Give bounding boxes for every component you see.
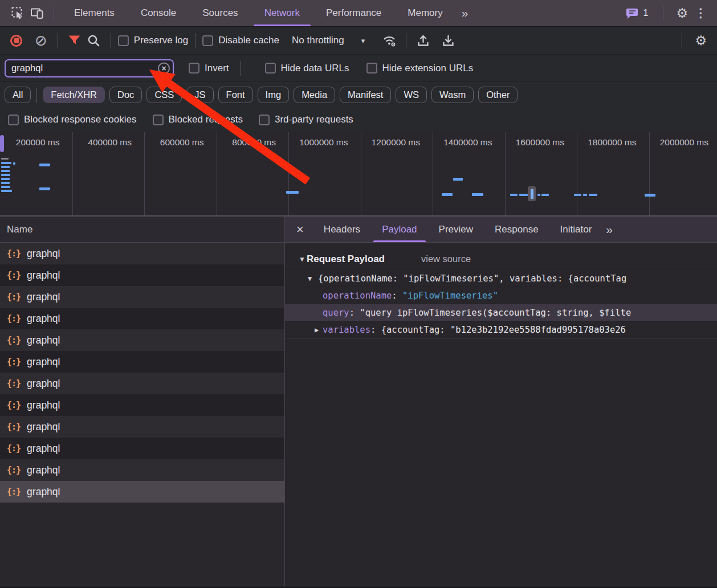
waterfall-bar <box>537 194 540 196</box>
divider <box>241 61 241 76</box>
device-toolbar-icon[interactable] <box>27 3 47 23</box>
search-icon[interactable] <box>84 31 104 50</box>
tab-sources[interactable]: Sources <box>189 0 251 26</box>
type-filter-all[interactable]: All <box>5 87 31 103</box>
blocked-requests-checkbox[interactable]: Blocked requests <box>153 114 243 125</box>
type-filter-font[interactable]: Font <box>218 87 253 103</box>
checkbox-box[interactable] <box>189 63 199 74</box>
payload-row-query[interactable]: query: "query ipFlowTimeseries($accountT… <box>285 304 717 321</box>
request-name: graphql <box>27 291 60 303</box>
checkbox-box[interactable] <box>8 115 19 125</box>
payload-panel: ▼ Request Payload view source ▼ {operati… <box>285 243 717 586</box>
tab-performance[interactable]: Performance <box>313 0 394 26</box>
disable-cache-checkbox[interactable]: Disable cache <box>202 35 279 46</box>
type-filter-wasm[interactable]: Wasm <box>431 87 474 103</box>
json-key: query <box>323 308 349 318</box>
type-filter-js[interactable]: JS <box>186 87 213 103</box>
request-row[interactable]: {:}graphql <box>0 373 284 394</box>
detail-tab-payload[interactable]: Payload <box>371 217 427 242</box>
clear-network-log-icon[interactable]: ⊘ <box>35 33 47 48</box>
type-filter-doc[interactable]: Doc <box>109 87 142 103</box>
disable-cache-label: Disable cache <box>218 35 279 46</box>
more-tabs-icon[interactable]: » <box>456 6 474 20</box>
waterfall-bar <box>453 178 463 181</box>
kebab-menu-icon[interactable]: ⋮ <box>694 6 711 20</box>
name-column-header[interactable]: Name <box>0 217 284 243</box>
request-row[interactable]: {:}graphql <box>0 243 284 264</box>
payload-row-operationname[interactable]: operationName: "ipFlowTimeseries" <box>285 287 717 304</box>
request-row[interactable]: {:}graphql <box>0 264 284 286</box>
section-expand-icon[interactable]: ▼ <box>299 255 307 263</box>
waterfall-bar <box>531 189 533 199</box>
type-filter-ws[interactable]: WS <box>396 87 427 103</box>
detail-tab-initiator[interactable]: Initiator <box>549 217 603 242</box>
checkbox-box[interactable] <box>265 63 276 74</box>
request-row[interactable]: {:}graphql <box>0 438 284 459</box>
payload-root-row[interactable]: ▼ {operationName: "ipFlowTimeseries", va… <box>285 270 717 287</box>
request-payload-section[interactable]: ▼ Request Payload view source <box>285 248 717 270</box>
clear-filter-icon[interactable]: × <box>158 62 170 74</box>
close-details-icon[interactable]: × <box>285 222 313 237</box>
network-conditions-icon[interactable] <box>380 31 399 50</box>
checkbox-box[interactable] <box>366 63 377 74</box>
payload-tree: operationName: "ipFlowTimeseries"query: … <box>285 287 717 338</box>
throttling-dropdown-arrow: ▾ <box>361 36 365 45</box>
request-row[interactable]: {:}graphql <box>0 308 284 329</box>
blocked-response-cookies-checkbox[interactable]: Blocked response cookies <box>8 114 137 125</box>
tab-network[interactable]: Network <box>251 0 313 26</box>
hide-extension-urls-checkbox[interactable]: Hide extension URLs <box>366 63 474 74</box>
details-more-tabs-icon[interactable]: » <box>602 223 616 236</box>
request-list: {:}graphql{:}graphql{:}graphql{:}graphql… <box>0 243 284 586</box>
tab-elements[interactable]: Elements <box>61 0 128 26</box>
inspect-element-icon[interactable] <box>8 3 27 23</box>
3rd-party-requests-checkbox[interactable]: 3rd-party requests <box>259 114 353 125</box>
record-network-log-icon[interactable] <box>10 35 22 47</box>
settings-gear-icon[interactable]: ⚙ <box>670 6 694 21</box>
detail-tab-headers[interactable]: Headers <box>313 217 371 242</box>
devtools-window: ElementsConsoleSourcesNetworkPerformance… <box>0 0 717 588</box>
fetch-xhr-icon: {:} <box>7 292 21 302</box>
waterfall-bar <box>1 186 10 188</box>
invert-checkbox[interactable]: Invert <box>189 63 229 74</box>
preserve-log-checkbox[interactable]: Preserve log <box>118 35 188 46</box>
detail-tab-preview[interactable]: Preview <box>428 217 484 242</box>
issues-icon[interactable]: 1 <box>626 7 648 19</box>
type-filter-fetch-xhr[interactable]: Fetch/XHR <box>43 87 105 103</box>
checkbox-box[interactable] <box>118 35 129 46</box>
network-settings-gear-icon[interactable]: ⚙ <box>689 33 717 48</box>
type-filter-css[interactable]: CSS <box>146 87 182 103</box>
hide-data-urls-checkbox[interactable]: Hide data URLs <box>265 63 349 74</box>
request-row[interactable]: {:}graphql <box>0 329 284 351</box>
throttling-select[interactable]: No throttling ▾ <box>292 35 365 46</box>
import-har-icon[interactable] <box>413 31 433 50</box>
more-filters-row: Blocked response cookiesBlocked requests… <box>0 108 717 132</box>
request-row[interactable]: {:}graphql <box>0 416 284 438</box>
waterfall-bar <box>1 174 10 176</box>
type-filter-manifest[interactable]: Manifest <box>340 87 391 103</box>
checkbox-box[interactable] <box>153 115 164 125</box>
request-row[interactable]: {:}graphql <box>0 481 284 503</box>
detail-tab-response[interactable]: Response <box>484 217 549 242</box>
type-filter-media[interactable]: Media <box>294 87 335 103</box>
root-expand-icon[interactable]: ▼ <box>308 270 316 287</box>
filter-funnel-icon[interactable] <box>65 31 84 50</box>
tab-console[interactable]: Console <box>128 0 189 26</box>
request-row[interactable]: {:}graphql <box>0 459 284 481</box>
network-overview[interactable]: 200000 ms400000 ms600000 ms800000 ms1000… <box>0 132 717 217</box>
collapse-icon[interactable]: ▶ <box>315 321 323 338</box>
request-row[interactable]: {:}graphql <box>0 351 284 373</box>
export-har-icon[interactable] <box>438 31 458 50</box>
request-row[interactable]: {:}graphql <box>0 394 284 416</box>
checkbox-box[interactable] <box>259 115 270 125</box>
waterfall-bar <box>589 194 597 196</box>
checkbox-box[interactable] <box>202 35 213 46</box>
tab-memory[interactable]: Memory <box>394 0 455 26</box>
waterfall-bar <box>583 194 587 196</box>
filter-input[interactable] <box>5 59 174 77</box>
request-row[interactable]: {:}graphql <box>0 286 284 308</box>
type-filter-other[interactable]: Other <box>478 87 518 103</box>
payload-row-variables[interactable]: ▶variables: {accountTag: "b12e3b2192ee55… <box>285 321 717 338</box>
type-filter-img[interactable]: Img <box>258 87 290 103</box>
json-value: {accountTag: "b12e3b2192ee5588fdad995178… <box>381 325 626 335</box>
view-source-link[interactable]: view source <box>421 254 471 264</box>
